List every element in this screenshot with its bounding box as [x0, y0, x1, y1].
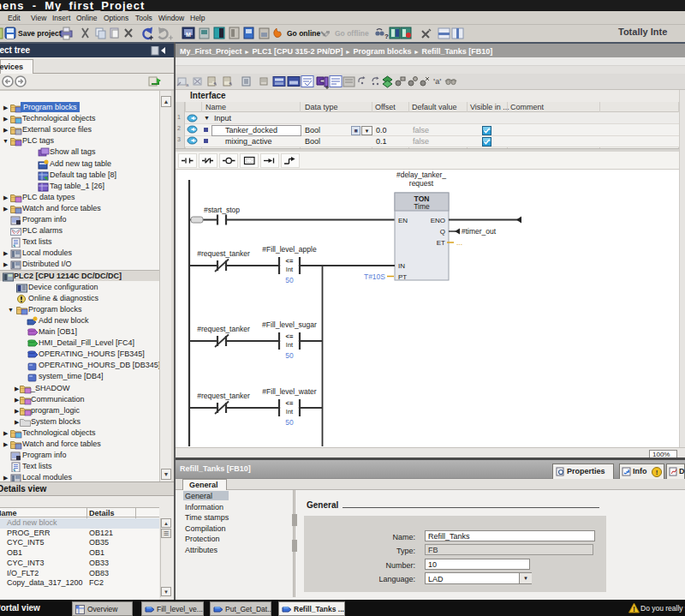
- svg-text:Q: Q: [440, 228, 445, 236]
- svg-text:M: M: [186, 32, 191, 38]
- svg-text:?: ?: [384, 33, 389, 40]
- svg-text:50: 50: [285, 276, 294, 284]
- svg-text:#request_tanker: #request_tanker: [197, 249, 250, 258]
- svg-text:...: ...: [456, 238, 462, 247]
- svg-text:ET: ET: [437, 239, 445, 247]
- svg-text:50: 50: [285, 418, 294, 427]
- svg-text:IN: IN: [398, 262, 405, 270]
- svg-text:<=: <=: [286, 332, 294, 340]
- svg-text:a: a: [186, 82, 189, 87]
- svg-text:#start_stop: #start_stop: [204, 206, 240, 214]
- svg-text:Int: Int: [286, 341, 294, 349]
- svg-text:Int: Int: [286, 266, 294, 273]
- svg-text:#timer_out: #timer_out: [462, 227, 497, 236]
- svg-text:50: 50: [285, 351, 294, 360]
- svg-text:ENO: ENO: [431, 217, 445, 224]
- svg-text:#delay_tanker_: #delay_tanker_: [396, 170, 446, 179]
- svg-text:request: request: [409, 179, 434, 188]
- svg-text:Time: Time: [414, 202, 430, 211]
- svg-text:Int: Int: [286, 408, 294, 416]
- svg-text:#Fill_level_apple: #Fill_level_apple: [262, 245, 317, 254]
- svg-text:T#10S: T#10S: [364, 272, 385, 281]
- svg-text:<=: <=: [286, 399, 294, 407]
- svg-text:#request_tanker: #request_tanker: [197, 325, 250, 333]
- svg-text:'a': 'a': [433, 77, 441, 86]
- svg-text:#Fill_level_sugar: #Fill_level_sugar: [262, 320, 317, 329]
- svg-text:PT: PT: [398, 273, 407, 281]
- svg-text:#request_tanker: #request_tanker: [197, 392, 250, 400]
- svg-text:#Fill_level_water: #Fill_level_water: [262, 387, 316, 396]
- svg-text:EN: EN: [398, 217, 408, 224]
- svg-text:!: !: [656, 469, 658, 476]
- svg-text:!: !: [633, 605, 635, 613]
- svg-text:<=: <=: [286, 257, 294, 265]
